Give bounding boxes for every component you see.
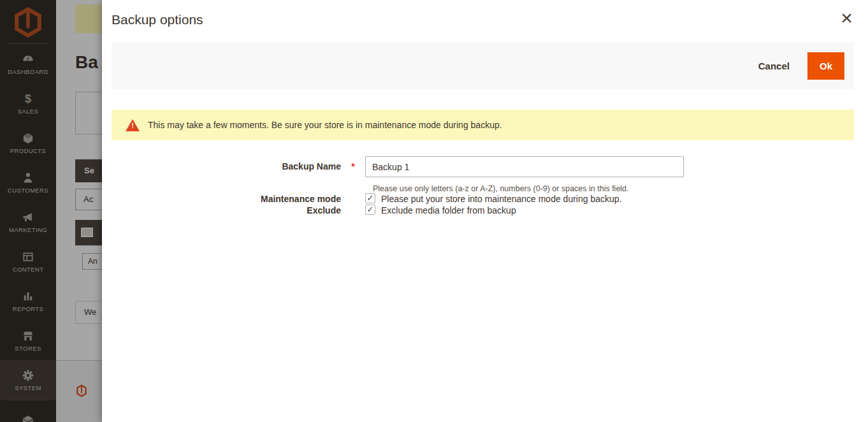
maintenance-checkbox[interactable]: ✓ bbox=[365, 193, 375, 203]
backup-name-control: Please use only letters (a-z or A-Z), nu… bbox=[365, 156, 684, 193]
modal-title: Backup options bbox=[112, 10, 203, 29]
backup-name-note: Please use only letters (a-z or A-Z), nu… bbox=[373, 184, 684, 193]
exclude-checkbox[interactable]: ✓ bbox=[365, 205, 375, 215]
backup-form: Backup Name * Please use only letters (a… bbox=[102, 156, 868, 216]
required-asterisk: * bbox=[341, 156, 365, 177]
exclude-label: Exclude bbox=[112, 205, 341, 216]
backup-name-input[interactable] bbox=[365, 156, 684, 177]
backup-name-row: Backup Name * Please use only letters (a… bbox=[112, 156, 868, 193]
backup-options-modal: Backup options × Cancel Ok ! This may ta… bbox=[102, 0, 868, 422]
maintenance-mode-label: Maintenance mode bbox=[112, 193, 341, 205]
warning-text: This may take a few moments. Be sure you… bbox=[148, 120, 502, 130]
warning-banner: ! This may take a few moments. Be sure y… bbox=[112, 110, 854, 140]
magento-admin-screen: DASHBOARD $ SALES PRODUCTS CUSTOMERS MAR… bbox=[0, 0, 868, 422]
cancel-button[interactable]: Cancel bbox=[758, 61, 790, 71]
exclude-row: Exclude ✓ Exclude media folder from back… bbox=[112, 205, 868, 216]
warning-icon: ! bbox=[126, 119, 140, 131]
modal-titlebar: Backup options × bbox=[102, 0, 868, 29]
maintenance-checkbox-text: Please put your store into maintenance m… bbox=[381, 193, 621, 205]
modal-toolbar: Cancel Ok bbox=[112, 42, 854, 89]
ok-button[interactable]: Ok bbox=[807, 52, 844, 80]
exclude-checkbox-text: Exclude media folder from backup bbox=[381, 205, 516, 216]
maintenance-mode-row: Maintenance mode ✓ Please put your store… bbox=[112, 193, 868, 205]
maintenance-checkbox-group: ✓ Please put your store into maintenance… bbox=[365, 193, 621, 205]
backup-name-label: Backup Name bbox=[112, 156, 341, 177]
close-icon[interactable]: × bbox=[839, 10, 854, 25]
exclude-checkbox-group: ✓ Exclude media folder from backup bbox=[365, 205, 516, 216]
